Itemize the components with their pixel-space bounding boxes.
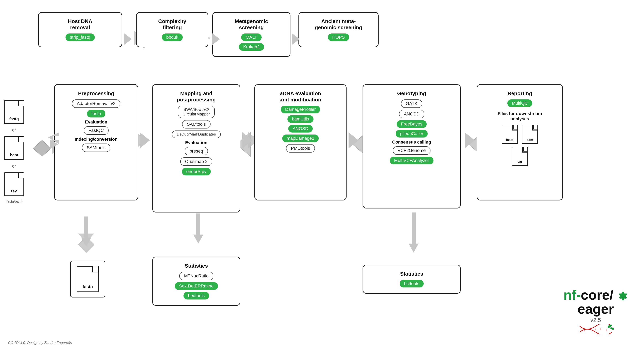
mapdamage-pill: mapDamage2: [282, 135, 319, 142]
adna-box: aDNA evaluation and modification DamageP…: [254, 84, 346, 200]
tsv-label: tsv: [11, 189, 17, 193]
malt-pill: MALT: [241, 34, 262, 41]
svg-point-27: [610, 327, 614, 330]
consensus-title: Consensus calling: [368, 140, 455, 145]
svg-marker-31: [242, 132, 252, 148]
indexing-title: Indexing/conversion: [60, 137, 133, 142]
bbduk-pill: bbduk: [162, 34, 183, 41]
stats-left-pills: MTNucRatio Sex.DetERRmine bedtools: [158, 272, 235, 299]
bcftools-pill: bcftools: [400, 280, 424, 287]
samtools-2-pill: SAMtools: [182, 120, 210, 129]
adna-pills: DamageProfiler bamUtils ANGSD mapDamage2…: [260, 106, 341, 153]
preprocessing-box: Preprocessing AdapterRemoval v2 fastp Ev…: [54, 84, 138, 200]
stats-right-box: Statistics bcftools: [362, 265, 461, 294]
reporting-box: Reporting MultiQC Files for downstreaman…: [477, 84, 563, 200]
consensus-pills: VCF2Genome MultiVCFAnalyzer: [368, 146, 455, 164]
svg-marker-42: [409, 244, 419, 253]
eval-title-2: Evaluation: [158, 140, 235, 145]
output-vcf-icon: vcf: [512, 147, 528, 166]
eval-title-1: Evaluation: [60, 120, 133, 125]
genotyping-box: Genotyping GATK ANGSD FreeBayes pileupCa…: [362, 84, 461, 208]
adna-title: aDNA evaluation and modification: [260, 90, 341, 103]
stats-right-title: Statistics: [368, 271, 455, 277]
reporting-pills: MultiQC: [482, 99, 558, 107]
complexity-box: Complexity filtering bbduk: [136, 12, 208, 47]
metagenomic-pills: MALT Kraken2: [218, 34, 285, 51]
svg-marker-7: [78, 236, 94, 253]
dedup-pill: DeDup/MarkDuplicates: [172, 131, 220, 138]
hops-pill: HOPS: [328, 34, 349, 41]
tsv-file-icon: tsv: [4, 172, 24, 196]
fastqc-pill: FastQC: [84, 126, 108, 135]
dna-svg: [578, 324, 614, 334]
recycle-icon: [618, 290, 628, 302]
cc-text: CC-BY 4.0. Design by Zandra Fagernäs: [8, 341, 72, 345]
svg-marker-38: [81, 237, 91, 247]
ancient-meta-title: Ancient meta- genomic screening: [304, 18, 373, 31]
vcf2genome-pill: VCF2Genome: [393, 146, 431, 155]
eval-pills-1: FastQC: [60, 126, 133, 135]
genotyping-pills: GATK ANGSD FreeBayes pileupCaller: [368, 99, 455, 138]
indexing-pills: SAMtools: [60, 144, 133, 152]
nf-core-logo: nf-core/ eager v2.5: [564, 288, 628, 335]
angsd-1-pill: ANGSD: [288, 125, 313, 133]
pileupcaller-pill: pileupCaller: [396, 130, 428, 138]
eval-pills-2: preseq Qualimap 2 endorS.py: [158, 147, 235, 175]
main-diagram: Host DNA removal strip_fastq Complexity …: [0, 0, 644, 351]
svg-marker-33: [465, 132, 475, 148]
svg-rect-41: [196, 213, 200, 235]
bedtools-pill: bedtools: [184, 292, 209, 299]
bwa-pill: BWA/Bowtie2/CircularMapper: [178, 106, 215, 118]
angsd-2-pill: ANGSD: [399, 110, 424, 118]
multivcfanalyzer-pill: MultiVCFAnalyzer: [390, 157, 434, 164]
mapping-box: Mapping and postprocessing BWA/Bowtie2/C…: [152, 84, 240, 212]
output-vcf-row: vcf: [482, 147, 558, 166]
preprocessing-pills: AdapterRemoval v2 fastp: [60, 99, 133, 118]
stats-right-pills: bcftools: [368, 280, 455, 287]
multiqc-pill: MultiQC: [508, 99, 532, 107]
mapping-pills: BWA/Bowtie2/CircularMapper SAMtools DeDu…: [158, 106, 235, 138]
kraken2-pill: Kraken2: [239, 43, 264, 51]
svg-rect-43: [412, 212, 416, 245]
svg-marker-40: [193, 234, 203, 244]
fasta-box: fasta: [70, 261, 105, 297]
or-1: or: [12, 128, 16, 133]
strip-fastq-pill: strip_fastq: [66, 34, 95, 41]
svg-marker-19: [78, 233, 94, 243]
pmdtools-pill: PMDtools: [286, 144, 315, 153]
fasta-file-area: fasta: [70, 261, 105, 297]
complexity-title: Complexity filtering: [142, 18, 203, 31]
stats-left-title: Statistics: [158, 263, 235, 269]
dna-decoration: [564, 324, 628, 335]
host-dna-box: Host DNA removal strip_fastq: [38, 12, 122, 47]
or-2: or: [12, 164, 16, 169]
ancient-meta-box: Ancient meta- genomic screening HOPS: [298, 12, 378, 47]
host-dna-pills: strip_fastq: [44, 34, 117, 41]
input-files-column: fastq or bam or tsv (fastq/bam): [4, 100, 24, 204]
svg-marker-32: [348, 132, 358, 148]
nf-core-text: nf-core/: [564, 288, 628, 302]
ancient-meta-pills: HOPS: [304, 34, 373, 41]
svg-marker-30: [140, 132, 150, 148]
output-fastq-icon: fastq: [502, 125, 518, 144]
nf-eager-text: eager: [564, 302, 628, 316]
damageprofiler-pill: DamageProfiler: [281, 106, 320, 113]
bam-label: bam: [10, 153, 18, 157]
reporting-title: Reporting: [482, 90, 558, 97]
complexity-pills: bbduk: [142, 34, 203, 41]
mtnucratio-pill: MTNucRatio: [179, 272, 213, 280]
svg-rect-39: [84, 216, 88, 238]
metagenomic-box: Metagenomic screening MALT Kraken2: [212, 12, 290, 57]
genotyping-title: Genotyping: [368, 90, 455, 97]
fastp-pill: fastp: [87, 110, 105, 118]
stats-left-box: Statistics MTNucRatio Sex.DetERRmine bed…: [152, 257, 240, 306]
host-dna-title: Host DNA removal: [44, 18, 117, 31]
preseq-pill: preseq: [185, 147, 208, 155]
samtools-1-pill: SAMtools: [82, 144, 110, 152]
bam-file-icon: bam: [4, 136, 24, 160]
fasta-file-icon: fasta: [77, 266, 99, 292]
metagenomic-title: Metagenomic screening: [218, 18, 285, 31]
fastq-file-icon: fastq: [4, 100, 24, 124]
adapterremoval-pill: AdapterRemoval v2: [72, 99, 120, 108]
gatk-pill: GATK: [401, 99, 422, 108]
